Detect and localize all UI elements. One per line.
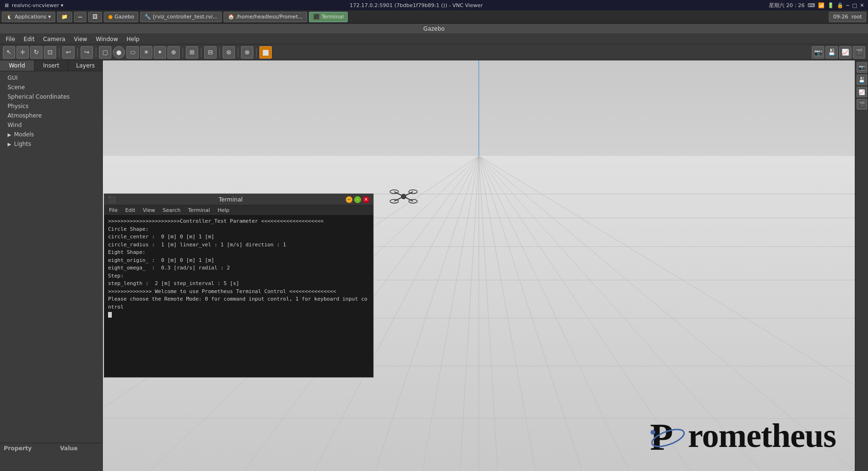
tool-box[interactable]: ▢ bbox=[99, 46, 111, 59]
home-task-icon: 🏠 bbox=[228, 14, 234, 20]
maximize-icon[interactable]: □ bbox=[852, 2, 857, 8]
tool-chart[interactable]: 📈 bbox=[839, 46, 851, 59]
gui-label: GUI bbox=[8, 75, 18, 81]
taskbar-terminal[interactable]: ⬛ Terminal bbox=[309, 12, 348, 22]
prop-header-value: Value bbox=[60, 445, 78, 452]
rt-btn4[interactable]: 🎬 bbox=[857, 99, 867, 109]
tool-orange[interactable]: ■ bbox=[259, 46, 272, 59]
tool-select[interactable]: ↖ bbox=[3, 46, 15, 59]
terminal-task-label: Terminal bbox=[322, 14, 344, 20]
tool-sphere[interactable]: ● bbox=[113, 46, 125, 59]
tool-magnet[interactable]: ⊗ bbox=[241, 46, 253, 59]
terminal-icon: ⬛ bbox=[108, 196, 116, 203]
home-task-label: /home/headless/Promet... bbox=[236, 14, 303, 20]
tool-scale[interactable]: ⊡ bbox=[44, 46, 56, 59]
close-icon[interactable]: ✕ bbox=[860, 2, 864, 8]
right-toolbar: 📷 💾 📈 🎬 bbox=[855, 60, 868, 471]
gazebo-menubar: File Edit Camera View Window Help bbox=[0, 34, 868, 44]
svg-text:P: P bbox=[650, 416, 673, 457]
gazebo-window-title: Gazebo bbox=[423, 25, 444, 32]
tool-redo[interactable]: ↪ bbox=[81, 46, 93, 59]
vnc-right-controls: 星期六 20：26 ⌨ 📶 🔋 🔒 ─ □ ✕ bbox=[769, 2, 864, 9]
svg-point-35 bbox=[651, 430, 655, 435]
vnc-topbar: 🖥 realvnc-vncviewer ▾ 172.17.0.2:5901 (7… bbox=[0, 0, 868, 10]
menu-window[interactable]: Window bbox=[92, 35, 122, 43]
tree-physics[interactable]: Physics bbox=[0, 101, 102, 111]
menu-edit[interactable]: Edit bbox=[20, 35, 38, 43]
vnc-app-icon: 🖥 bbox=[4, 2, 9, 8]
tree-scene[interactable]: Scene bbox=[0, 83, 102, 92]
sep4 bbox=[183, 48, 183, 57]
terminal-minimize[interactable]: ─ bbox=[346, 196, 352, 203]
terminal-line-8: step_length : 2 [m] step_interval : 5 [s… bbox=[108, 280, 369, 288]
tool-cylinder[interactable]: ⬭ bbox=[126, 46, 139, 59]
term-menu-view[interactable]: View bbox=[140, 206, 158, 214]
wind-label: Wind bbox=[8, 122, 22, 128]
tool-rotate[interactable]: ↻ bbox=[30, 46, 42, 59]
tool-snap[interactable]: ⊟ bbox=[204, 46, 217, 59]
sep8 bbox=[256, 48, 257, 57]
tool-sun[interactable]: ☀ bbox=[140, 46, 152, 59]
taskbar-rviz[interactable]: 🔧 [rviz_controller_test.rvi... bbox=[140, 12, 222, 22]
tool-point[interactable]: ⊕ bbox=[167, 46, 180, 59]
tree-lights[interactable]: ▶ Lights bbox=[0, 139, 102, 149]
tree-spherical[interactable]: Spherical Coordinates bbox=[0, 92, 102, 101]
rviz-task-label: [rviz_controller_test.rvi... bbox=[153, 14, 217, 20]
atmosphere-label: Atmosphere bbox=[8, 112, 42, 119]
taskbar-gazebo[interactable]: ● Gazebo bbox=[104, 12, 138, 22]
tree-atmosphere[interactable]: Atmosphere bbox=[0, 111, 102, 120]
term-menu-terminal[interactable]: Terminal bbox=[185, 206, 213, 214]
menu-file[interactable]: File bbox=[2, 35, 19, 43]
rt-btn1[interactable]: 📷 bbox=[857, 62, 867, 73]
terminal-maximize[interactable]: □ bbox=[354, 196, 361, 203]
terminal-line-6: eight_omega_ : 0.3 [rad/s] radial : 2 bbox=[108, 264, 369, 272]
term-menu-search[interactable]: Search bbox=[160, 206, 184, 214]
terminal-menubar: File Edit View Search Terminal Help bbox=[104, 205, 373, 216]
menu-camera[interactable]: Camera bbox=[39, 35, 69, 43]
tab-insert[interactable]: Insert bbox=[34, 60, 69, 71]
tab-world[interactable]: World bbox=[0, 60, 34, 71]
terminal-line-2: circle_center : 0 [m] 0 [m] 1 [m] bbox=[108, 233, 369, 241]
tab-layers[interactable]: Layers bbox=[68, 60, 102, 71]
vnc-left-controls: 🖥 realvnc-vncviewer ▾ bbox=[4, 2, 63, 8]
taskbar-applications[interactable]: 🐧 Applications ▾ bbox=[2, 12, 55, 22]
vnc-app-name: realvnc-vncviewer ▾ bbox=[12, 2, 63, 8]
minimize-icon[interactable]: ─ bbox=[846, 2, 850, 8]
menu-help[interactable]: Help bbox=[123, 35, 143, 43]
terminal-line-9: >>>>>>>>>>>>>> Welcome to use Prometheus… bbox=[108, 288, 369, 296]
tool-translate[interactable]: ✛ bbox=[17, 46, 29, 59]
tool-save[interactable]: 💾 bbox=[826, 46, 838, 59]
tool-spot[interactable]: ✦ bbox=[154, 46, 166, 59]
terminal-cursor-line bbox=[108, 311, 369, 319]
terminal-close[interactable]: ✕ bbox=[363, 196, 369, 203]
models-label: Models bbox=[14, 131, 34, 138]
tool-undo[interactable]: ↩ bbox=[62, 46, 75, 59]
rt-btn3[interactable]: 📈 bbox=[857, 87, 867, 97]
taskbar-files[interactable]: 📁 bbox=[57, 12, 72, 22]
sep7 bbox=[238, 48, 238, 57]
tool-screenshot[interactable]: 📷 bbox=[812, 46, 824, 59]
applications-icon: 🐧 bbox=[6, 14, 13, 20]
taskbar-t1[interactable]: ─ bbox=[74, 12, 86, 22]
term-menu-edit[interactable]: Edit bbox=[122, 206, 138, 214]
gazebo-task-icon: ● bbox=[108, 14, 113, 20]
rt-btn2[interactable]: 💾 bbox=[857, 75, 867, 85]
tree-gui[interactable]: GUI bbox=[0, 73, 102, 83]
tool-snap2[interactable]: ⊛ bbox=[223, 46, 235, 59]
tree-wind[interactable]: Wind bbox=[0, 120, 102, 130]
menu-view[interactable]: View bbox=[70, 35, 91, 43]
terminal-line-3: circle_radius : 1 [m] linear_vel : 1 [m/… bbox=[108, 241, 369, 249]
term-menu-file[interactable]: File bbox=[106, 206, 120, 214]
spherical-label: Spherical Coordinates bbox=[8, 93, 70, 100]
vnc-window-title: 172.17.0.2:5901 (7bdbe1f79b89:1 ()) - VN… bbox=[63, 2, 769, 8]
terminal-content[interactable]: >>>>>>>>>>>>>>>>>>>>>>>Controller_Test P… bbox=[104, 216, 373, 377]
taskbar-t2[interactable]: 🖼 bbox=[88, 12, 102, 22]
tree-models[interactable]: ▶ Models bbox=[0, 130, 102, 139]
term-menu-help[interactable]: Help bbox=[215, 206, 232, 214]
tool-align[interactable]: ⊞ bbox=[186, 46, 198, 59]
tool-record[interactable]: 🎬 bbox=[853, 46, 865, 59]
time-display: 星期六 20：26 bbox=[769, 2, 805, 9]
taskbar-home[interactable]: 🏠 /home/headless/Promet... bbox=[224, 12, 307, 22]
prometheus-logo: P rometheus bbox=[649, 414, 836, 457]
lights-arrow: ▶ bbox=[8, 142, 11, 147]
